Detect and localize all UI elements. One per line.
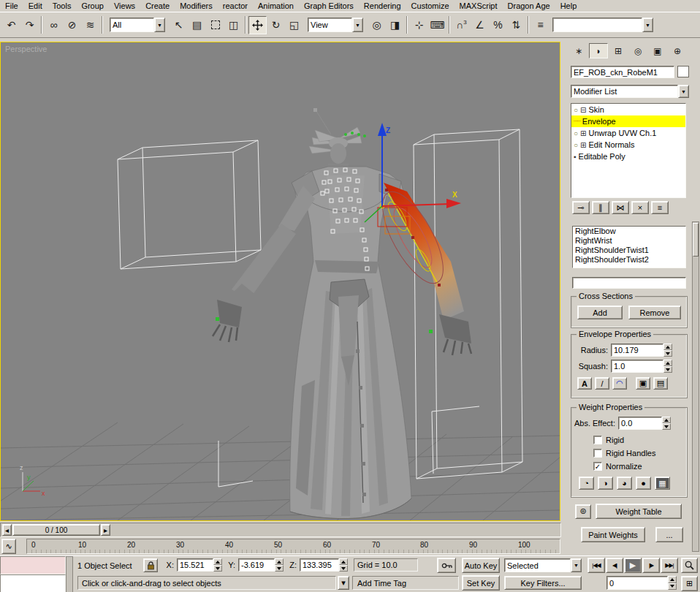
go-to-start-button[interactable]: |◀◀ xyxy=(587,558,605,573)
key-filters-button[interactable]: Key Filters... xyxy=(504,576,582,590)
selection-filter-arrow[interactable]: ▼ xyxy=(154,18,165,32)
stack-item-editable-poly[interactable]: ▪ Editable Poly xyxy=(571,151,685,162)
bone-item[interactable]: RightElbow xyxy=(573,227,685,236)
unlink-selection-button[interactable]: ⊘ xyxy=(63,16,81,34)
object-color-swatch[interactable] xyxy=(677,66,689,77)
exclude-vertices-button[interactable]: / xyxy=(595,377,609,390)
tab-display[interactable]: ▣ xyxy=(648,43,667,58)
viewport-label[interactable]: Perspective xyxy=(5,45,47,53)
modifier-list-dropdown[interactable]: Modifier List ▼ xyxy=(571,85,689,98)
selection-filter-dropdown[interactable]: All ▼ xyxy=(110,18,165,32)
remove-modifier-button[interactable]: × xyxy=(631,201,649,214)
named-selection-arrow[interactable]: ▼ xyxy=(642,18,653,32)
weight-tool-1-button[interactable]: ◔ xyxy=(579,477,594,490)
time-slider-handle[interactable]: 0 / 100 xyxy=(12,524,100,536)
track-bar[interactable]: 0 10 20 30 40 50 60 70 80 90 100 xyxy=(26,539,560,554)
menu-file[interactable]: File xyxy=(0,1,23,11)
menu-customize[interactable]: Customize xyxy=(406,1,454,11)
y-coordinate-field[interactable]: -3.619 xyxy=(238,558,275,572)
envelope-properties-title[interactable]: Envelope Properties xyxy=(577,330,653,338)
window-crossing-toggle[interactable]: ◫ xyxy=(224,16,243,34)
z-coordinate-field[interactable]: 133.395 xyxy=(300,558,339,572)
x-spinner[interactable] xyxy=(213,558,222,572)
radius-field[interactable]: 10.179 xyxy=(611,344,663,357)
menu-maxscript[interactable]: MAXScript xyxy=(454,1,503,11)
percent-snap-button[interactable]: % xyxy=(489,16,507,34)
menu-edit[interactable]: Edit xyxy=(23,1,47,11)
angle-snap-button[interactable]: ∠ xyxy=(471,16,489,34)
tab-hierarchy[interactable]: ⊞ xyxy=(609,43,628,58)
rigid-handles-checkbox[interactable] xyxy=(593,449,602,458)
listener-scrollbar[interactable] xyxy=(66,556,73,592)
macro-recorder-pane[interactable] xyxy=(0,556,66,574)
x-coordinate-field[interactable]: 15.521 xyxy=(177,558,213,572)
key-mode-dropdown[interactable]: Selected ▼ xyxy=(504,558,582,572)
bone-list[interactable]: RightElbow RightWrist RightShoulderTwist… xyxy=(572,226,686,268)
previous-frame-button[interactable]: ◀| xyxy=(606,558,623,573)
y-spinner[interactable] xyxy=(275,558,284,572)
add-cross-section-button[interactable]: Add xyxy=(577,306,623,319)
menu-modifiers[interactable]: Modifiers xyxy=(175,1,218,11)
select-object-button[interactable]: ↖ xyxy=(170,16,188,34)
mirror-button[interactable]: ◨ xyxy=(386,16,404,34)
collapse-icon[interactable]: ⊟ xyxy=(580,106,586,114)
next-frame-button[interactable]: |▶ xyxy=(642,558,660,573)
menu-animation[interactable]: Animation xyxy=(253,1,299,11)
rigid-checkbox[interactable] xyxy=(593,436,602,444)
z-spinner[interactable] xyxy=(339,558,348,572)
bone-item[interactable]: RightWrist xyxy=(573,236,685,246)
menu-create[interactable]: Create xyxy=(140,1,175,11)
squash-field[interactable]: 1.0 xyxy=(611,360,663,373)
copy-envelope-button[interactable]: ▣ xyxy=(636,377,650,390)
frame-spinner[interactable] xyxy=(668,576,677,590)
weight-tool-3-button[interactable]: ◕ xyxy=(617,477,632,490)
squash-spinner[interactable] xyxy=(663,360,672,373)
select-and-link-button[interactable]: ∞ xyxy=(45,16,63,34)
snap-toggle-button[interactable]: ∩3 xyxy=(452,16,471,34)
spinner-snap-button[interactable]: ⇅ xyxy=(507,16,525,34)
keyboard-shortcut-override-button[interactable]: ⌨ xyxy=(428,16,446,34)
undo-button[interactable]: ↶ xyxy=(2,16,20,34)
time-slider-next-button[interactable]: ▸ xyxy=(101,524,110,536)
time-tag-area[interactable]: Add Time Tag xyxy=(352,576,459,590)
weight-table-button[interactable]: Weight Table xyxy=(596,504,682,519)
time-slider-prev-button[interactable]: ◂ xyxy=(2,524,12,536)
expand-icon[interactable]: ⊞ xyxy=(580,129,586,137)
go-to-end-button[interactable]: ▶▶| xyxy=(661,558,678,573)
menu-dragon-age[interactable]: Dragon Age xyxy=(503,1,555,11)
tab-utilities[interactable]: ⊕ xyxy=(668,43,687,58)
weight-tool-dialog-button[interactable]: ⊚ xyxy=(575,504,591,519)
stack-item-skin[interactable]: ○ ⊟ Skin xyxy=(571,104,685,115)
menu-group[interactable]: Group xyxy=(76,1,109,11)
select-and-scale-button[interactable]: ◱ xyxy=(285,16,303,34)
use-pivot-center-button[interactable]: ◎ xyxy=(368,16,386,34)
bone-filter-field[interactable] xyxy=(572,277,686,289)
select-and-manipulate-button[interactable]: ⊹ xyxy=(410,16,428,34)
weight-tool-4-button[interactable]: ● xyxy=(636,477,651,490)
set-keys-button[interactable] xyxy=(437,558,456,573)
weight-tool-button[interactable]: ▦ xyxy=(655,477,670,490)
rectangular-selection-button[interactable] xyxy=(206,16,224,34)
menu-tools[interactable]: Tools xyxy=(47,1,77,11)
tab-motion[interactable]: ◎ xyxy=(628,43,647,58)
menu-rendering[interactable]: Rendering xyxy=(359,1,406,11)
viewport-perspective[interactable]: Perspective xyxy=(0,42,560,521)
scrollbar-thumb[interactable] xyxy=(693,223,699,257)
menu-views[interactable]: Views xyxy=(109,1,140,11)
select-and-rotate-button[interactable]: ↻ xyxy=(267,16,285,34)
pin-stack-button[interactable]: ⊸ xyxy=(572,201,590,214)
make-unique-button[interactable]: ⋈ xyxy=(612,201,629,214)
configure-modifier-sets-button[interactable]: ≡ xyxy=(651,201,669,214)
show-end-result-button[interactable]: ∥ xyxy=(592,201,609,214)
stack-item-edit-normals[interactable]: ○ ⊞ Edit Normals xyxy=(571,139,685,151)
select-by-name-button[interactable]: ▤ xyxy=(188,16,206,34)
key-mode-arrow[interactable]: ▼ xyxy=(571,558,582,572)
object-name-field[interactable]: EF_ROB_ckn_RobeM1 xyxy=(571,66,674,78)
redo-button[interactable]: ↷ xyxy=(20,16,39,34)
current-frame-field[interactable]: 0 xyxy=(606,576,668,590)
stack-item-unwrap-uvw[interactable]: ○ ⊞ Unwrap UVW Ch.1 xyxy=(571,127,685,139)
reference-coordinate-dropdown[interactable]: View ▼ xyxy=(308,18,363,32)
cross-sections-title[interactable]: Cross Sections xyxy=(577,292,635,300)
select-and-move-button[interactable] xyxy=(248,16,267,34)
edit-named-selections-button[interactable]: ≡ xyxy=(531,16,549,34)
